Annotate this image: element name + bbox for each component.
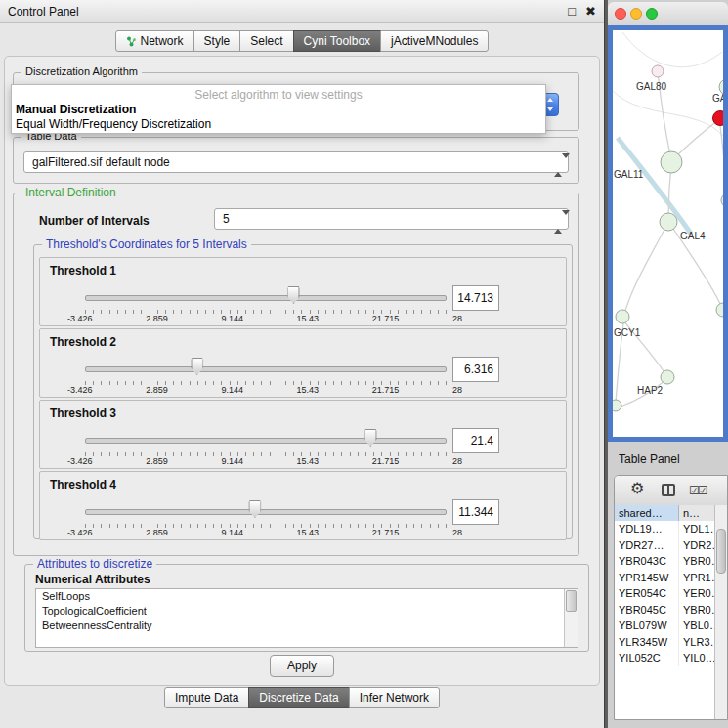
node-clipped-bottom-left[interactable]: [613, 400, 621, 411]
threshold-3-slider[interactable]: [85, 426, 447, 451]
list-item[interactable]: TopologicalCoefficient: [36, 604, 578, 619]
list-scrollbar[interactable]: [564, 589, 578, 647]
table-data-combobox[interactable]: galFiltered.sif default node: [23, 151, 569, 173]
slider-track[interactable]: [85, 438, 447, 444]
column-header-shared-name[interactable]: shared…: [615, 505, 679, 521]
threshold-2-box: Threshold 2 -3.426 2.859 9.144 15.43 21.…: [39, 328, 567, 398]
slider-thumb[interactable]: [287, 286, 300, 304]
table-row[interactable]: YDR27… YDR2…: [615, 537, 715, 554]
scale-tick-label: 28: [452, 385, 462, 395]
algorithm-dropdown-popup: Select algorithm to view settings Manual…: [11, 84, 546, 134]
cell-shared-name: YBL079W: [615, 618, 679, 634]
node-gal80[interactable]: [652, 65, 664, 77]
threshold-4-value-field[interactable]: 11.344: [452, 499, 499, 525]
network-nodes: [613, 65, 723, 411]
threshold-4-label: Threshold 4: [50, 478, 116, 492]
table-body: YDL19… YDL1… YDR27… YDR2… YBR043C YBR0… …: [615, 521, 715, 719]
tab-select[interactable]: Select: [239, 30, 293, 52]
table-row[interactable]: YBL079W YBL0…: [615, 618, 715, 634]
slider-thumb[interactable]: [248, 500, 261, 518]
slider-track[interactable]: [85, 509, 447, 515]
node-label: GA: [712, 93, 723, 104]
columns-icon[interactable]: [662, 484, 675, 496]
threshold-3-value-field[interactable]: 21.4: [452, 428, 499, 453]
scale-tick-label: 2.859: [146, 314, 168, 323]
threshold-2-value-field[interactable]: 6.316: [452, 357, 499, 382]
list-item[interactable]: BetweennessCentrality: [36, 619, 578, 633]
node-gcy1[interactable]: [616, 310, 629, 323]
slider-track[interactable]: [85, 366, 447, 372]
threshold-1-label: Threshold 1: [50, 264, 116, 278]
dropdown-option-manual-discretization[interactable]: Manual Discretization: [12, 102, 545, 116]
table-data-group: Table Data galFiltered.sif default node: [13, 137, 579, 184]
number-of-intervals-value: 5: [223, 212, 230, 226]
table-toolbar: ⚙ ☑☑: [615, 476, 727, 506]
table-row[interactable]: YIL052C YIL0…: [615, 650, 715, 666]
number-of-intervals-combobox[interactable]: 5: [214, 208, 569, 230]
slider-track[interactable]: [85, 295, 447, 301]
node-hap2[interactable]: [661, 370, 674, 384]
column-header-name[interactable]: n…: [679, 505, 715, 521]
slider-thumb[interactable]: [364, 429, 377, 447]
cell-name: YIL0…: [679, 650, 715, 666]
gear-icon[interactable]: ⚙: [630, 481, 644, 496]
network-canvas[interactable]: GAL80 GA GAL11 GAL4 GCY1 HAP2: [613, 30, 723, 437]
node-label: HAP2: [637, 385, 664, 396]
node-label: GCY1: [614, 327, 641, 338]
cell-name: YBR0…: [679, 553, 715, 570]
tab-cyni-toolbox[interactable]: Cyni Toolbox: [293, 30, 381, 52]
tab-impute-data[interactable]: Impute Data: [164, 687, 249, 708]
float-window-icon[interactable]: □: [568, 5, 576, 18]
table-data-selected-value: galFiltered.sif default node: [32, 155, 170, 169]
node-gal4[interactable]: [660, 213, 677, 231]
scrollbar-thumb[interactable]: [716, 529, 726, 574]
table-row[interactable]: YER054C YER0…: [615, 585, 715, 602]
mac-close-button[interactable]: [615, 8, 626, 20]
node-gal11[interactable]: [661, 151, 682, 173]
node-clipped-low-right[interactable]: [716, 303, 723, 317]
tab-infer-network[interactable]: Infer Network: [349, 687, 440, 708]
scale-tick-label: 2.859: [146, 528, 168, 537]
right-panel: GAL80 GA GAL11 GAL4 GCY1 HAP2 Table Pane…: [608, 0, 728, 728]
threshold-4-slider[interactable]: [85, 497, 447, 523]
scale-tick-label: 28: [452, 528, 462, 537]
threshold-1-value-field[interactable]: 14.713: [452, 285, 499, 311]
network-icon: [126, 36, 137, 47]
cell-name: YDL1…: [679, 521, 715, 537]
table-row[interactable]: YPR145W YPR1…: [615, 570, 715, 586]
control-panel-titlebar: Control Panel □ ✖: [0, 0, 604, 23]
tab-jactivemnodules[interactable]: jActiveMNodules: [380, 30, 489, 52]
numerical-attributes-list: SelfLoops TopologicalCoefficient Between…: [35, 588, 578, 648]
scrollbar-thumb[interactable]: [566, 590, 577, 612]
scale-tick-label: 21.715: [372, 385, 400, 395]
list-item[interactable]: SelfLoops: [36, 589, 578, 604]
tab-discretize-data[interactable]: Discretize Data: [248, 687, 349, 708]
scale-tick-label: 21.715: [372, 528, 400, 537]
close-icon[interactable]: ✖: [585, 5, 596, 18]
node-clipped-mid-right[interactable]: [721, 193, 723, 207]
bottom-tab-bar: Impute Data Discretize Data Infer Networ…: [0, 687, 604, 708]
threshold-1-slider[interactable]: [85, 283, 447, 309]
scale-tick-label: 9.144: [221, 385, 243, 395]
threshold-2-slider[interactable]: [85, 355, 447, 380]
table-row[interactable]: YLR345W YLR3…: [615, 634, 715, 651]
table-row[interactable]: YDL19… YDL1…: [615, 521, 715, 537]
cell-shared-name: YBR043C: [615, 553, 679, 570]
mac-zoom-button[interactable]: [646, 8, 658, 20]
dropdown-option-equal-width-frequency[interactable]: Equal Width/Frequency Discretization: [12, 116, 545, 131]
scale-tick-label: -3.426: [67, 456, 93, 466]
tab-network[interactable]: Network: [115, 30, 194, 52]
select-all-checkboxes-icon[interactable]: ☑☑: [689, 484, 707, 497]
scale-tick-label: 9.144: [221, 528, 243, 537]
network-view[interactable]: GAL80 GA GAL11 GAL4 GCY1 HAP2: [608, 25, 728, 442]
table-row[interactable]: YBR043C YBR0…: [615, 553, 715, 570]
table-row[interactable]: YBR045C YBR0…: [615, 602, 715, 619]
node-red-selected[interactable]: [713, 111, 724, 126]
table-scrollbar[interactable]: [714, 505, 727, 719]
threshold-3-box: Threshold 3 -3.426 2.859 9.144 15.43 21.…: [39, 400, 567, 469]
mac-minimize-button[interactable]: [630, 8, 642, 20]
slider-thumb[interactable]: [191, 358, 203, 375]
cell-name: YLR3…: [679, 634, 715, 651]
tab-style[interactable]: Style: [193, 30, 241, 52]
apply-button[interactable]: Apply: [270, 655, 334, 677]
